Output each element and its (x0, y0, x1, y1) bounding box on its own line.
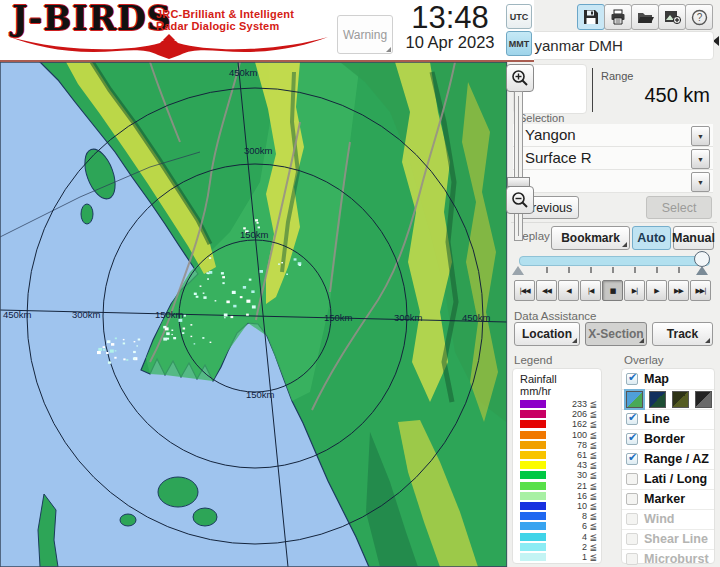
rain-echo (200, 286, 202, 287)
option-dropdown[interactable]: ▼ (513, 170, 713, 193)
rain-echo (281, 262, 283, 263)
warning-button[interactable]: Warning (337, 15, 393, 54)
mmt-button[interactable]: MMT (506, 31, 532, 56)
playback-button-3[interactable]: |◀ (580, 280, 601, 301)
legend-entry: 100 ≦ (513, 430, 601, 440)
overlay-item-microburst[interactable]: Microburst (622, 550, 714, 567)
legend-label: Legend (514, 354, 552, 366)
site-dropdown-arrow[interactable]: ▼ (691, 126, 710, 146)
product-dropdown-arrow[interactable]: ▼ (691, 149, 710, 169)
button-label: Location (522, 327, 572, 341)
manual-mode-button[interactable]: Manual (673, 226, 714, 250)
snapshot-add-icon (664, 9, 681, 25)
rain-echo (123, 358, 125, 360)
overlay-item-line[interactable]: ✔Line (622, 410, 714, 430)
playback-button-4[interactable]: ■ (602, 280, 623, 301)
legend-entry: 61 ≦ (513, 450, 601, 460)
ring-label: 150km (155, 309, 184, 320)
help-button[interactable]: ? (685, 4, 713, 30)
checkbox-unchecked (626, 493, 638, 505)
legend-value: 21 ≦ (577, 481, 597, 491)
rain-echo (294, 258, 297, 260)
zoom-slider-track[interactable] (514, 91, 523, 241)
snapshot-add-button[interactable] (658, 4, 686, 30)
playback-button-0[interactable]: |◀◀ (514, 280, 535, 301)
track-button[interactable]: Track (652, 322, 713, 346)
rain-echo (233, 305, 236, 308)
check-icon: ✔ (628, 411, 637, 424)
rain-echo (202, 337, 204, 339)
slider-tick (678, 267, 680, 273)
legend-value: 61 ≦ (577, 450, 597, 460)
map-style-thumb-2[interactable] (672, 391, 689, 408)
overlay-item-marker[interactable]: Marker (622, 490, 714, 510)
playback-button-8[interactable]: ▶▶| (690, 280, 711, 301)
playback-button-6[interactable]: ▶ (646, 280, 667, 301)
playback-button-2[interactable]: ◀ (558, 280, 579, 301)
option-dropdown-arrow[interactable]: ▼ (691, 172, 710, 192)
rain-echo (203, 293, 205, 294)
ring-label: 150km (246, 389, 275, 400)
map-style-thumb-3[interactable] (695, 391, 712, 408)
playback-button-1[interactable]: ◀◀ (536, 280, 557, 301)
map-zoom-controls (506, 64, 533, 213)
checkbox-disabled (626, 513, 638, 525)
rain-echo (183, 328, 186, 330)
save-icon (583, 9, 599, 25)
chevron-down-icon: ▼ (697, 179, 704, 186)
zoom-out-button[interactable] (506, 186, 534, 214)
rain-echo (134, 341, 136, 342)
legend-swatch (520, 492, 546, 500)
site-dropdown[interactable]: Yangon ▼ (513, 124, 713, 147)
playback-button-5[interactable]: ▶| (624, 280, 645, 301)
x-section-button[interactable]: X-Section (585, 322, 647, 346)
legend-entry: 21 ≦ (513, 481, 601, 491)
rain-echo (106, 352, 109, 354)
legend-swatch (520, 461, 546, 469)
overlay-item-label: Border (644, 432, 685, 446)
jbirds-logo: J-BIRDS JRC-Brilliant & Intelligent Rada… (4, 1, 334, 59)
overlay-item-lati-long[interactable]: Lati / Long (622, 470, 714, 490)
bookmark-button[interactable]: Bookmark (551, 226, 630, 250)
save-button[interactable] (577, 4, 605, 30)
rain-echo (221, 272, 224, 274)
rain-echo (115, 350, 117, 351)
map-style-thumb-0[interactable] (626, 391, 643, 408)
playback-button-7[interactable]: ▶▶ (668, 280, 689, 301)
rain-echo (166, 332, 170, 335)
product-dropdown[interactable]: Surface R ▼ (513, 147, 713, 170)
overlay-item-range-az[interactable]: ✔Range / AZ (622, 450, 714, 470)
logo-subtitle: JRC-Brilliant & Intelligent Radar Dialog… (156, 8, 294, 32)
overlay-item-shear-line[interactable]: Shear Line (622, 530, 714, 550)
legend-value: 2 ≦ (582, 542, 597, 552)
rain-echo (207, 278, 209, 280)
location-button[interactable]: Location (514, 322, 580, 346)
overlay-item-map[interactable]: ✔Map (622, 370, 714, 390)
legend-entry: 4 ≦ (513, 532, 601, 542)
overlay-item-border[interactable]: ✔Border (622, 430, 714, 450)
print-button[interactable] (604, 4, 632, 30)
zoom-in-button[interactable] (506, 64, 534, 92)
radar-map[interactable]: 450km300km150km450km300km150km150km300km… (0, 62, 507, 567)
slider-start-marker (512, 266, 524, 275)
legend-value: 1 ≦ (582, 552, 597, 562)
rain-echo (206, 272, 208, 273)
rain-echo (226, 301, 229, 304)
ring-label: 450km (462, 312, 491, 323)
map-style-thumb-1[interactable] (649, 391, 666, 408)
data-assistance-label: Data Assistance (514, 310, 596, 322)
replay-slider-handle[interactable] (694, 251, 710, 267)
logo-title: J-BIRDS (12, 0, 172, 38)
control-panel: ? Myanmar DMH Range 450 km Selection Yan… (507, 0, 720, 567)
overlay-item-wind[interactable]: Wind (622, 510, 714, 530)
rain-echo (222, 276, 225, 278)
select-button[interactable]: Select (646, 196, 712, 219)
auto-mode-button[interactable]: Auto (632, 226, 671, 250)
utc-button[interactable]: UTC (506, 4, 532, 29)
overlay-item-label: Microburst (644, 552, 709, 566)
legend-entry: 1 ≦ (513, 552, 601, 562)
rain-echo (286, 274, 288, 276)
replay-slider-track[interactable] (519, 256, 710, 266)
open-folder-button[interactable] (631, 4, 659, 30)
rain-echo (110, 350, 114, 353)
